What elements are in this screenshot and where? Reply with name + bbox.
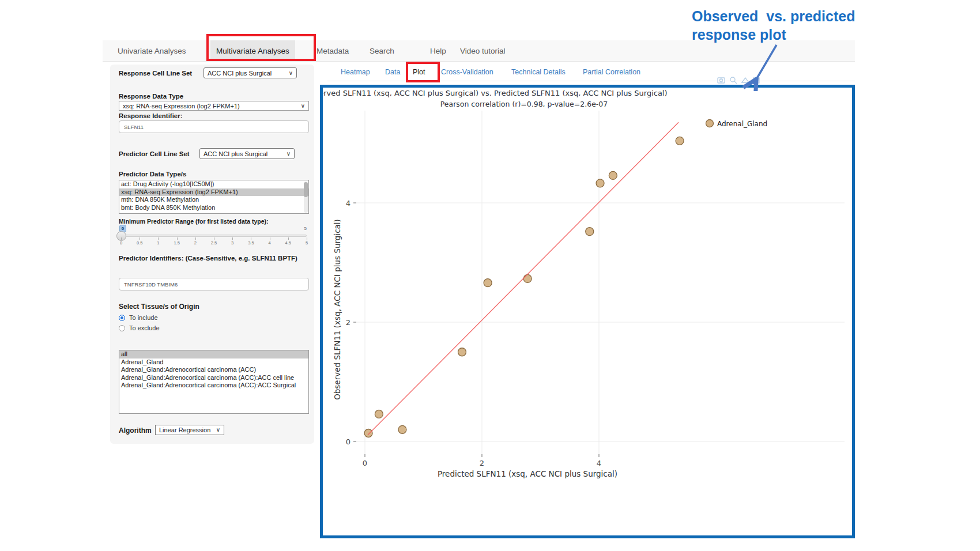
response-cell-line-set-value: ACC NCI plus Surgical <box>208 70 272 77</box>
parameters-sidebar: Response Cell Line Set ACC NCI plus Surg… <box>110 65 314 444</box>
nav-item-search[interactable]: Search <box>370 40 394 62</box>
response-data-type-select[interactable]: xsq: RNA-seq Expression (log2 FPKM+1)∨ <box>119 101 309 111</box>
plot-title: Observed SLFN11 (xsq, ACC NCI plus Surgi… <box>323 89 668 97</box>
scrollbar[interactable] <box>304 182 308 213</box>
list-item[interactable]: Adrenal_Gland:Adrenocortical carcinoma (… <box>119 382 303 390</box>
algorithm-label: Algorithm <box>119 427 152 435</box>
list-item[interactable]: Adrenal_Gland:Adrenocortical carcinoma (… <box>119 374 303 382</box>
list-item[interactable]: xsq: RNA-seq Expression (log2 FPKM+1) <box>119 188 308 197</box>
slider-tick <box>195 237 196 240</box>
tab-cross-validation[interactable]: Cross-Validation <box>441 65 493 80</box>
legend-label[interactable]: Adrenal_Gland <box>717 120 767 128</box>
min-predictor-range-slider[interactable]: 0 5 0 0.5 1 1.5 2 2.5 3 3.5 4 4.5 5 <box>119 225 309 246</box>
response-data-type-label: Response Data Type <box>119 93 183 100</box>
tab-technical-details[interactable]: Technical Details <box>511 65 566 80</box>
predictor-identifiers-input[interactable]: TNFRSF10D TMBIM6 <box>119 278 309 290</box>
predictor-data-types-label: Predictor Data Type/s <box>119 171 186 178</box>
tissue-include-label: To include <box>129 314 158 321</box>
annotation-callout: Observed vs. predictedresponse plot <box>692 7 876 44</box>
response-cell-line-set-select[interactable]: ACC NCI plus Surgical∨ <box>203 67 297 78</box>
chevron-down-icon: ∨ <box>216 427 220 433</box>
nav-item-help[interactable]: Help <box>430 40 446 62</box>
x-tick-label: 0 <box>363 459 367 467</box>
nav-item-metadata[interactable]: Metadata <box>316 40 349 62</box>
chevron-down-icon: ∨ <box>301 103 305 109</box>
radio-selected-icon <box>119 315 125 321</box>
list-item[interactable]: Adrenal_Gland:Adrenocortical carcinoma (… <box>119 366 308 374</box>
slider-tick-label: 0.5 <box>137 240 142 246</box>
slider-tick-label: 3 <box>231 240 233 246</box>
slider-tick-label: 5 <box>306 240 308 246</box>
response-data-type-value: xsq: RNA-seq Expression (log2 FPKM+1) <box>123 103 240 110</box>
blue-highlight-box: 024024Predicted SLFN11 (xsq, ACC NCI plu… <box>320 85 855 538</box>
slider-tick <box>288 237 289 240</box>
min-predictor-range-label: Minimum Predictor Range (for first liste… <box>119 218 269 225</box>
y-tick-label: 2 <box>346 318 350 327</box>
data-point[interactable] <box>676 137 684 145</box>
slider-tick <box>307 237 307 240</box>
list-item[interactable]: mth: DNA 850K Methylation <box>119 196 308 204</box>
predictor-cell-line-set-label: Predictor Cell Line Set <box>119 150 190 157</box>
slider-tick <box>251 237 251 240</box>
x-tick-label: 2 <box>480 459 484 467</box>
chevron-down-icon: ∨ <box>289 70 293 76</box>
chevron-down-icon: ∨ <box>287 151 291 157</box>
tab-heatmap[interactable]: Heatmap <box>341 65 370 80</box>
predictor-cell-line-set-value: ACC NCI plus Surgical <box>203 150 267 157</box>
tab-partial-correlation[interactable]: Partial Correlation <box>583 65 640 80</box>
plot-panel: 024024Predicted SLFN11 (xsq, ACC NCI plu… <box>323 88 852 535</box>
algorithm-value: Linear Regression <box>159 427 210 433</box>
predictor-cell-line-set-select[interactable]: ACC NCI plus Surgical∨ <box>199 148 295 159</box>
x-axis-title: Predicted SLFN11 (xsq, ACC NCI plus Surg… <box>438 469 617 478</box>
annotation-arrow-icon <box>741 39 787 91</box>
slider-tick <box>177 237 178 240</box>
y-tick-label: 0 <box>346 437 350 446</box>
slider-tick-label: 3.5 <box>248 240 254 246</box>
tab-plot[interactable]: Plot <box>413 65 425 80</box>
slider-track[interactable] <box>121 235 307 237</box>
data-point[interactable] <box>609 171 617 179</box>
list-item[interactable]: act: Drug Activity (-log10[IC50M]) <box>119 180 308 188</box>
predictor-identifiers-label: Predictor Identifiers: (Case-Sensitive, … <box>119 254 304 263</box>
select-tissues-label: Select Tissue/s of Origin <box>119 303 199 311</box>
tissue-exclude-radio[interactable]: To exclude <box>119 324 160 331</box>
predictor-data-types-listbox: act: Drug Activity (-log10[IC50M]) xsq: … <box>119 180 309 214</box>
slider-max-label: 5 <box>304 226 307 231</box>
tab-data[interactable]: Data <box>385 65 400 80</box>
response-identifier-label: Response Identifier: <box>119 112 183 119</box>
slider-tick-label: 4 <box>269 240 271 246</box>
slider-tick <box>270 237 270 240</box>
data-point[interactable] <box>523 274 532 282</box>
list-item[interactable]: bmt: Body DNA 850K Methylation <box>119 204 308 212</box>
tissue-exclude-label: To exclude <box>129 324 160 331</box>
radio-unselected-icon <box>119 325 125 331</box>
data-point[interactable] <box>596 179 604 187</box>
response-cell-line-set-label: Response Cell Line Set <box>119 70 192 77</box>
nav-item-univariate-analyses[interactable]: Univariate Analyses <box>118 40 186 62</box>
data-point[interactable] <box>364 429 372 437</box>
y-tick-label: 4 <box>346 199 350 207</box>
slider-tick-label: 1 <box>157 240 159 246</box>
list-item[interactable]: Adrenal_Gland <box>119 358 308 367</box>
slider-tick <box>214 237 214 240</box>
slider-tick-label: 0 <box>120 240 122 246</box>
plot-subtitle: Pearson correlation (r)=0.98, p-value=2.… <box>323 100 725 108</box>
nav-item-video-tutorial[interactable]: Video tutorial <box>460 40 506 62</box>
list-item[interactable]: all <box>119 350 308 358</box>
response-identifier-input[interactable]: SLFN11 <box>119 120 309 133</box>
data-point[interactable] <box>398 425 406 433</box>
legend-marker-icon[interactable] <box>706 120 714 127</box>
slider-tick <box>232 237 233 240</box>
tissue-include-radio[interactable]: To include <box>119 314 158 321</box>
slider-tick-label: 4.5 <box>285 240 291 246</box>
slider-tick <box>121 237 122 240</box>
data-point[interactable] <box>484 279 492 287</box>
data-point[interactable] <box>586 228 594 236</box>
nav-item-multivariate-analyses[interactable]: Multivariate Analyses <box>210 40 295 62</box>
data-point[interactable] <box>458 348 466 356</box>
scatter-plot-canvas[interactable]: 024024Predicted SLFN11 (xsq, ACC NCI plu… <box>323 88 852 535</box>
slider-tick <box>158 237 159 240</box>
algorithm-select[interactable]: Linear Regression∨ <box>155 425 224 435</box>
slider-tick-label: 2.5 <box>211 240 217 246</box>
data-point[interactable] <box>375 410 383 418</box>
